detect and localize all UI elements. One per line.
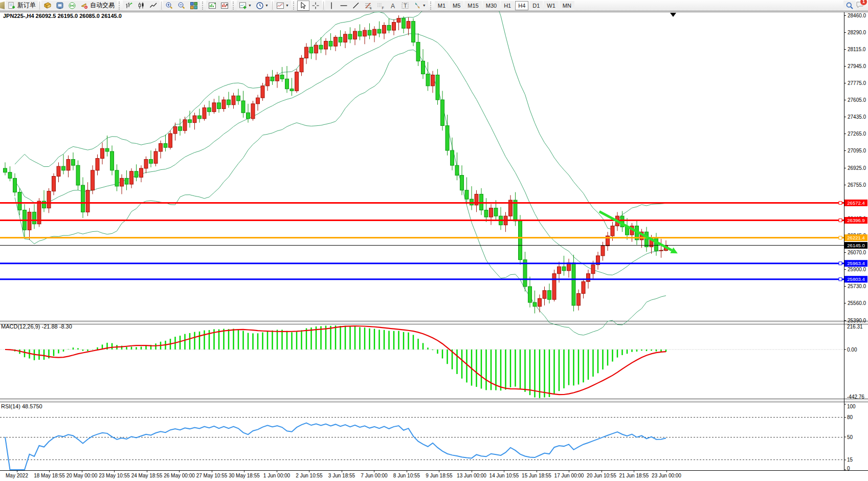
candle	[96, 159, 99, 170]
text-tool-button[interactable]: A	[387, 1, 399, 11]
candlestick-icon	[137, 2, 145, 10]
zoom-in-button[interactable]	[163, 1, 175, 11]
candle	[528, 287, 532, 302]
candle	[591, 265, 595, 273]
dropdown-arrow-icon[interactable]: ▼	[248, 4, 252, 7]
dropdown-arrow-icon[interactable]: ▼	[285, 4, 289, 7]
svg-text:25963.4: 25963.4	[847, 260, 864, 266]
notifications-button[interactable]: 1	[856, 1, 864, 11]
candle	[193, 116, 196, 123]
candle	[13, 178, 17, 192]
zoom-out-icon	[177, 2, 186, 10]
new-order-button[interactable]: 新订单	[6, 1, 38, 11]
candle	[383, 25, 386, 33]
add-indicator-button[interactable]: ▼	[237, 1, 254, 11]
period-button[interactable]: ▼	[254, 1, 271, 11]
svg-text:26755.0: 26755.0	[848, 182, 866, 188]
svg-text:15 Jun 18:55: 15 Jun 18:55	[522, 473, 551, 478]
candle	[659, 250, 663, 251]
candlestick-series	[4, 15, 668, 313]
svg-text:27775.0: 27775.0	[848, 80, 866, 86]
cursor-tool-button[interactable]	[297, 1, 309, 11]
chart-window-alt-button[interactable]	[218, 1, 231, 11]
candle	[208, 108, 211, 112]
arrows-tool-button[interactable]: ▼	[411, 1, 428, 11]
horizontal-line-tool-button[interactable]	[338, 1, 350, 11]
candle	[363, 30, 367, 36]
text-label-tool-button[interactable]: T	[399, 1, 411, 11]
svg-text:T: T	[404, 3, 407, 9]
chart-window-button[interactable]	[206, 1, 218, 11]
tab-timeframe-d1[interactable]: D1	[529, 1, 543, 10]
bar-chart-mode-button[interactable]	[123, 1, 135, 11]
signals-button[interactable]	[66, 1, 78, 11]
chart-canvas[interactable]: 28460.028290.028115.027945.027775.027605…	[0, 0, 868, 481]
tile-windows-button[interactable]	[188, 1, 200, 11]
candle	[198, 116, 202, 119]
candle	[105, 148, 109, 151]
macd-axis: 216.310.00-442.76	[844, 324, 864, 400]
dropdown-arrow-icon[interactable]: ▼	[422, 4, 426, 7]
candlestick-mode-button[interactable]	[135, 1, 147, 11]
dropdown-arrow-icon[interactable]: ▼	[265, 4, 269, 7]
candle	[101, 148, 104, 158]
tab-timeframe-m1[interactable]: M1	[435, 1, 449, 10]
candle	[285, 79, 289, 89]
trendline-tool-button[interactable]	[350, 1, 362, 11]
svg-text:2 Jun 10:55: 2 Jun 10:55	[296, 473, 323, 478]
svg-text:14 Jun 10:55: 14 Jun 10:55	[489, 473, 519, 478]
horizontal-levels[interactable]: 26572.426396.926221.426145.025963.425803…	[0, 200, 867, 282]
cursor-icon	[299, 2, 307, 10]
svg-text:27435.0: 27435.0	[848, 114, 866, 120]
candle	[441, 100, 444, 125]
grid-tool-button[interactable]: F	[374, 1, 387, 11]
vertical-line-tool-button[interactable]	[325, 1, 338, 11]
tab-timeframe-m30[interactable]: M30	[483, 1, 500, 10]
zoom-out-button[interactable]	[175, 1, 188, 11]
time-axis: May 202218 May 18:5520 May 00:0023 May 1…	[6, 470, 681, 478]
candle	[183, 120, 187, 130]
chart-shift-marker[interactable]	[670, 13, 676, 17]
tab-timeframe-h4[interactable]: H4	[515, 1, 528, 10]
text-label-icon: T	[401, 2, 409, 10]
fibonacci-tool-button[interactable]: E	[362, 1, 374, 11]
text-a-icon: A	[389, 2, 397, 10]
autotrading-button[interactable]: 自动交易	[78, 1, 117, 11]
candle	[179, 126, 182, 130]
tab-timeframe-mn[interactable]: MN	[560, 1, 574, 10]
candle	[315, 45, 318, 53]
candle	[431, 75, 435, 85]
candle	[135, 171, 138, 178]
search-button[interactable]	[843, 1, 856, 11]
market-watch-button[interactable]	[41, 1, 54, 11]
metaeditor-button[interactable]	[54, 1, 66, 11]
candle	[611, 226, 614, 236]
search-icon	[845, 2, 854, 10]
templates-button[interactable]: ▼	[274, 1, 291, 11]
candle	[645, 232, 649, 247]
candle	[533, 302, 537, 307]
candle	[173, 126, 177, 134]
candle	[149, 159, 153, 163]
candle	[232, 96, 235, 104]
line-chart-mode-button[interactable]	[147, 1, 160, 11]
signal-icon	[68, 2, 76, 10]
template-icon	[276, 2, 284, 10]
svg-text:26 May 00:00: 26 May 00:00	[164, 473, 195, 478]
candle	[334, 37, 338, 46]
candle	[465, 190, 469, 199]
svg-text:27265.0: 27265.0	[848, 131, 866, 137]
tab-timeframe-m5[interactable]: M5	[450, 1, 463, 10]
crosshair-tool-button[interactable]	[309, 1, 322, 11]
candle	[81, 185, 85, 212]
pane-splitters[interactable]	[0, 321, 868, 402]
svg-text:27945.0: 27945.0	[848, 63, 866, 69]
candle	[33, 212, 36, 224]
candle	[305, 47, 308, 58]
tab-timeframe-m15[interactable]: M15	[464, 1, 481, 10]
tab-timeframe-h1[interactable]: H1	[501, 1, 514, 10]
arrow-shapes-icon	[413, 2, 421, 10]
tab-timeframe-w1[interactable]: W1	[544, 1, 559, 10]
svg-text:26572.4: 26572.4	[847, 200, 864, 206]
candle	[280, 75, 284, 79]
